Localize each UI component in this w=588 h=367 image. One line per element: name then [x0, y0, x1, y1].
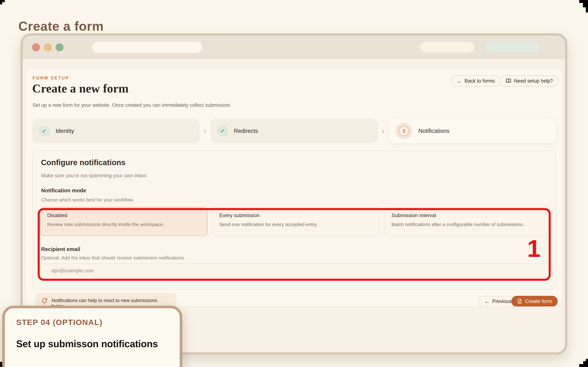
notification-mode-options: Disabled Review new submissions directly… — [40, 207, 552, 236]
maximize-window-icon[interactable] — [55, 43, 64, 51]
document-plus-icon — [517, 299, 522, 304]
step-number: 3 — [399, 126, 409, 136]
corner-mark — [579, 0, 588, 3]
minimize-window-icon[interactable] — [44, 43, 52, 51]
option-description: Review new submissions directly inside t… — [47, 222, 200, 227]
notification-mode-label: Notification mode — [41, 188, 86, 194]
panel-title: Configure notifications — [41, 158, 126, 167]
check-icon: ✓ — [217, 126, 228, 136]
stepper-step-notifications[interactable]: 3 Notifications — [389, 119, 556, 143]
option-disabled[interactable]: Disabled Review new submissions directly… — [40, 207, 208, 236]
titlebar-pill-right — [485, 42, 540, 52]
previous-label: Previous — [492, 299, 511, 304]
recipient-email-label: Recipient email — [41, 246, 80, 252]
corner-mark — [0, 2, 2, 4]
create-form-title: Create a new form — [32, 82, 129, 95]
create-form-button[interactable]: Create form — [511, 296, 558, 307]
option-description: Batch notifications after a configurable… — [391, 222, 545, 227]
notifications-callout: Notifications can help to react to new s… — [35, 293, 177, 307]
recipient-email-input[interactable] — [40, 264, 552, 278]
step-overlay-heading: Set up submisson notifications — [16, 338, 168, 349]
corner-mark — [583, 3, 588, 7]
back-arrow-icon: ← — [484, 299, 490, 304]
back-to-forms-label: Back to forms — [465, 78, 495, 84]
close-window-icon[interactable] — [32, 43, 40, 51]
option-description: Send one notification for every accepted… — [219, 222, 372, 227]
form-setup-eyebrow: FORM SETUP — [33, 75, 69, 81]
corner-mark — [579, 364, 588, 367]
corner-mark — [0, 0, 5, 2]
window-titlebar — [23, 36, 565, 59]
screenshot-canvas: Create a form FORM SETUP Create a new fo… — [0, 0, 588, 367]
chevron-right-icon: › — [378, 119, 389, 143]
option-submission-interval[interactable]: Submission interval Batch notifications … — [384, 207, 552, 236]
panel-subtitle: Make sure you're not spamming your own i… — [41, 173, 148, 179]
address-bar[interactable] — [92, 42, 202, 53]
notification-bell-icon — [41, 298, 48, 305]
check-icon: ✓ — [39, 126, 49, 136]
callout-text: Notifications can help to react to new s… — [52, 298, 171, 307]
back-arrow-icon: ← — [457, 78, 462, 84]
option-title: Submission interval — [391, 212, 545, 218]
corner-mark — [586, 359, 588, 361]
need-setup-help-button[interactable]: Need setup help? — [500, 75, 559, 87]
chevron-right-icon: › — [200, 119, 210, 143]
book-icon — [505, 78, 511, 84]
notification-mode-hint: Choose which works best for your workflo… — [41, 197, 134, 203]
page-title: Create a form — [18, 19, 104, 33]
step-label-notifications: Notifications — [418, 128, 450, 134]
titlebar-pill-left — [420, 42, 475, 52]
back-to-forms-button[interactable]: ← Back to forms — [450, 75, 501, 87]
recipient-email-hint: Optional. Add the inbox that should rece… — [41, 255, 185, 261]
form-setup-card: FORM SETUP Create a new form Set up a ne… — [25, 68, 562, 307]
create-form-subtitle: Set up a new form for your website. Once… — [33, 102, 231, 108]
corner-mark — [586, 7, 588, 12]
create-form-label: Create form — [525, 298, 552, 304]
step-overlay-card: STEP 04 (OPTIONAL) Set up submisson noti… — [2, 306, 182, 367]
option-title: Disabled — [47, 212, 200, 218]
step-label-identity: Identity — [56, 128, 74, 134]
stepper-step-redirects[interactable]: ✓ Redirects — [210, 119, 378, 143]
stepper-step-identity[interactable]: ✓ Identity — [32, 119, 200, 143]
corner-mark — [583, 361, 588, 364]
step-number-badge: 3 — [396, 123, 412, 139]
step-overlay-label: STEP 04 (OPTIONAL) — [16, 318, 168, 327]
option-title: Every submission — [219, 212, 372, 218]
configure-notifications-panel: Configure notifications Make sure you're… — [32, 150, 556, 290]
option-every-submission[interactable]: Every submission Send one notification f… — [212, 207, 380, 236]
stepper: ✓ Identity › ✓ Redirects › 3 Notificatio… — [32, 119, 556, 143]
need-setup-help-label: Need setup help? — [514, 78, 553, 84]
step-label-redirects: Redirects — [234, 128, 258, 134]
